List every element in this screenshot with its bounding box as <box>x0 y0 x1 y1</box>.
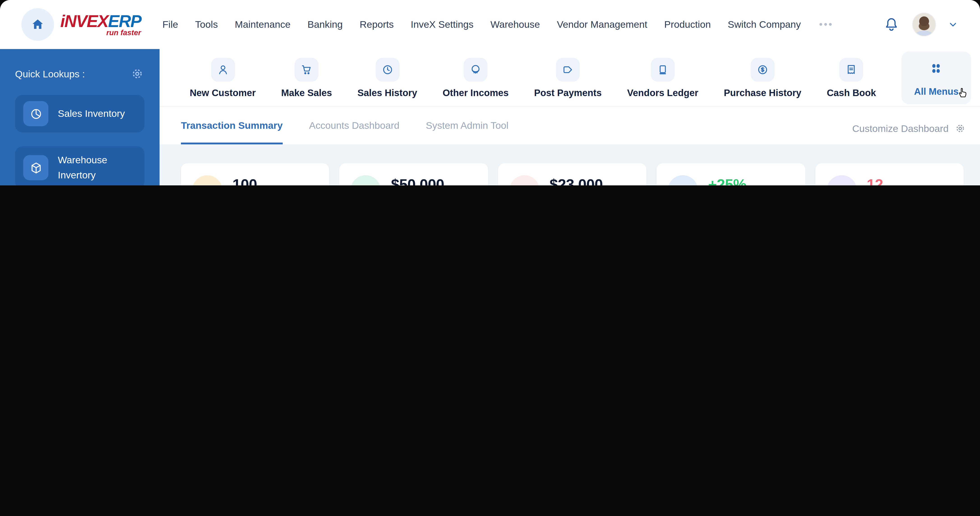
gear-icon <box>954 122 966 134</box>
stat-value: $23,000 <box>550 175 605 186</box>
dollar-circle-icon <box>751 57 775 81</box>
receipt-icon <box>192 175 223 186</box>
stat-value: 100 <box>232 175 277 186</box>
sidebar-item-sales-inventory[interactable]: Sales Inventory <box>15 95 145 132</box>
sidebar-heading: Quick Lookups : <box>15 68 85 79</box>
topbar-right <box>883 13 958 37</box>
dashboard-tabs: Transaction Summary Accounts Dashboard S… <box>159 107 980 144</box>
dashboard-body: 100 Today Sales $50,000 Today’s Revenue <box>159 144 980 186</box>
action-all-menus[interactable]: All Menus <box>902 51 971 104</box>
action-label: New Customer <box>190 87 256 98</box>
menu-item-reports[interactable]: Reports <box>360 19 394 30</box>
action-label: Make Sales <box>281 87 332 98</box>
user-icon <box>211 57 235 81</box>
tab-accounts-dashboard[interactable]: Accounts Dashboard <box>309 120 399 144</box>
stage: iNVEXERP run faster File Tools Maintenan… <box>0 0 980 186</box>
action-new-customer[interactable]: New Customer <box>190 57 256 98</box>
logo-text-blue: ERP <box>108 12 141 31</box>
menu-item-banking[interactable]: Banking <box>307 19 343 30</box>
menu-item-vendor-management[interactable]: Vendor Management <box>557 19 647 30</box>
action-other-incomes[interactable]: Other Incomes <box>442 57 509 98</box>
stat-card-item-out-of-stock: 12 Item out of Stock <box>815 163 964 186</box>
action-sales-history[interactable]: Sales History <box>357 57 417 98</box>
brand-logo: iNVEXERP run faster <box>60 13 141 36</box>
stat-cards-row: 100 Today Sales $50,000 Today’s Revenue <box>181 163 964 186</box>
logo-text-red: iNVEX <box>60 12 108 31</box>
top-menu: File Tools Maintenance Banking Reports I… <box>162 19 834 30</box>
trend-up-icon <box>509 175 539 186</box>
cart-icon <box>294 57 318 81</box>
quick-lookups-sidebar: Quick Lookups : Sales Inventory Warehous… <box>0 49 159 186</box>
coin-icon <box>464 57 487 81</box>
menu-item-switch-company[interactable]: Switch Company <box>728 19 801 30</box>
cabinet-icon <box>826 175 857 186</box>
menu-overflow-icon[interactable]: ••• <box>819 19 834 30</box>
action-cash-book[interactable]: Cash Book <box>827 57 876 98</box>
stat-card-todays-revenue: $50,000 Today’s Revenue <box>339 163 488 186</box>
tab-system-admin-tool[interactable]: System Admin Tool <box>426 120 509 144</box>
action-label: Post Payments <box>534 87 601 98</box>
ledger-icon <box>651 57 675 81</box>
stat-value: +25% <box>708 175 757 186</box>
sidebar-item-warehouse-inventory[interactable]: Warehouse Invertory <box>15 146 145 186</box>
menu-item-production[interactable]: Production <box>664 19 711 30</box>
home-icon <box>31 17 45 31</box>
grid-dots-icon <box>924 56 948 80</box>
customize-dashboard-label: Customize Dashboard <box>852 123 949 134</box>
invex-erp-app: iNVEXERP run faster File Tools Maintenan… <box>0 0 980 186</box>
stat-card-today-sales: 100 Today Sales <box>181 163 329 186</box>
customize-dashboard-button[interactable]: Customize Dashboard <box>852 122 966 144</box>
home-button[interactable] <box>21 8 54 41</box>
stat-card-total-expenses: $23,000 Total Expenses <box>498 163 647 186</box>
action-purchase-history[interactable]: Purchase History <box>724 57 801 98</box>
action-label: Vendors Ledger <box>627 87 698 98</box>
action-label: Sales History <box>357 87 417 98</box>
quick-actions-bar: New Customer Make Sales Sales History Ot… <box>159 49 980 107</box>
action-label: Other Incomes <box>442 87 509 98</box>
action-make-sales[interactable]: Make Sales <box>281 57 332 98</box>
tag-icon <box>556 57 580 81</box>
stat-value: 12 <box>867 175 928 186</box>
action-vendors-ledger[interactable]: Vendors Ledger <box>627 57 698 98</box>
bell-icon[interactable] <box>883 16 899 32</box>
sidebar-item-label: Sales Inventory <box>58 106 125 121</box>
menu-item-tools[interactable]: Tools <box>195 19 218 30</box>
receipt-icon <box>840 57 863 81</box>
action-post-payments[interactable]: Post Payments <box>534 57 601 98</box>
sidebar-item-label: Warehouse Invertory <box>58 153 138 183</box>
tab-transaction-summary[interactable]: Transaction Summary <box>181 120 283 144</box>
hand-cursor-icon <box>956 85 970 99</box>
action-label: All Menus <box>914 86 959 96</box>
menu-item-file[interactable]: File <box>162 19 178 30</box>
menu-item-maintenance[interactable]: Maintenance <box>235 19 291 30</box>
top-navbar: iNVEXERP run faster File Tools Maintenan… <box>0 0 980 49</box>
stat-value: $50,000 <box>391 175 453 186</box>
stat-card-sales-growth: +25% Sales Growth <box>657 163 805 186</box>
profile-chevron-down-icon[interactable] <box>949 20 958 29</box>
cube-icon <box>23 155 48 180</box>
menu-item-warehouse[interactable]: Warehouse <box>490 19 540 30</box>
main-content: New Customer Make Sales Sales History Ot… <box>159 49 980 186</box>
clock-icon <box>375 57 399 81</box>
chart-line-icon <box>668 175 698 186</box>
user-avatar[interactable] <box>912 13 936 37</box>
action-label: Purchase History <box>724 87 801 98</box>
pie-chart-icon <box>23 101 48 126</box>
sidebar-settings-gear-icon[interactable] <box>130 67 145 81</box>
zigzag-down-icon <box>351 175 381 186</box>
menu-item-invex-settings[interactable]: InveX Settings <box>411 19 474 30</box>
action-label: Cash Book <box>827 87 876 98</box>
